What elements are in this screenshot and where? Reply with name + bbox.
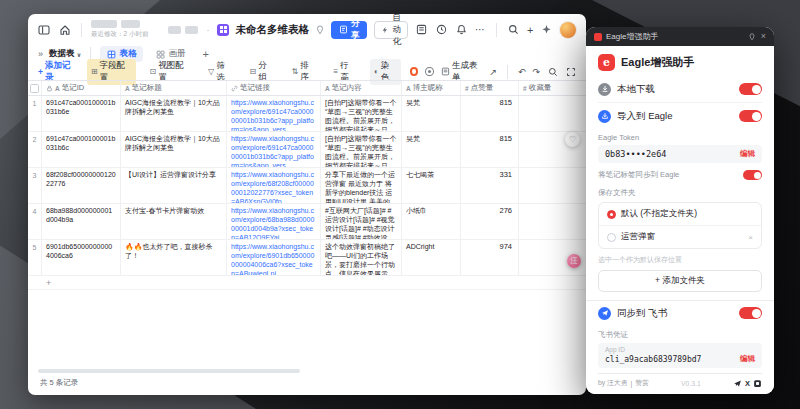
column-header-note-id[interactable]: A 笔记ID [42, 81, 121, 95]
redo-icon[interactable]: ↷ [532, 67, 540, 77]
cell-note-id[interactable]: 68f208cf0000000012022776 [42, 168, 121, 203]
horizontal-scrollbar[interactable] [38, 369, 300, 373]
notification-bell-icon[interactable] [455, 23, 468, 36]
cell-author[interactable]: 昊梵 [402, 132, 461, 167]
app-id-field[interactable]: App ID cli_a9acab6839789bd7 编辑 [598, 343, 762, 368]
sidebar-collapse-icon[interactable] [36, 22, 51, 37]
floating-collaborator-avatar[interactable]: 汪 [567, 254, 581, 268]
cell-note-link[interactable]: https://www.xiaohongshu.com/explore/691c… [227, 96, 321, 131]
cell-note-content[interactable]: [自拍P]这期带你看一个“草图→三视”的完整生图流程。前景展开后，细节都安排起来… [321, 132, 402, 167]
cell-note-title[interactable]: AIGC海报全流程教学｜10大品牌拆解之闲某鱼 [121, 132, 227, 167]
column-header-note-content[interactable]: A 笔记内容 [321, 81, 402, 95]
cell-likes[interactable]: 815 [461, 96, 519, 131]
cell-note-id[interactable]: 6901db650000000004006ca6 [42, 240, 121, 275]
pin-icon[interactable] [315, 25, 325, 35]
cell-likes[interactable]: 815 [461, 132, 519, 167]
cell-note-content[interactable]: [自拍P]这期带你看一个“草图→三视”的完整生图流程。前景展开后，细节都安排起来… [321, 96, 402, 131]
undo-icon[interactable]: ↶ [518, 67, 526, 77]
cell-note-title[interactable]: 支付宝-春节卡片弹窗动效 [121, 204, 227, 239]
cell-note-id[interactable]: 691c47ca000100001b031b6e [42, 96, 121, 131]
table-row[interactable]: 2 691c47ca000100001b031b6c AIGC海报全流程教学｜1… [28, 132, 586, 168]
column-header-note-title[interactable]: A 笔记标题 [121, 81, 227, 95]
table-row[interactable]: 4 68ba988d000000001d004b9a 支付宝-春节卡片弹窗动效 … [28, 204, 586, 240]
pin-window-icon[interactable] [748, 32, 757, 41]
cell-note-id[interactable]: 68ba988d000000001d004b9a [42, 204, 121, 239]
cell-likes[interactable]: 276 [461, 204, 519, 239]
table-row[interactable]: 1 691c47ca000100001b031b6e AIGC海报全流程教学｜1… [28, 96, 586, 132]
cell-author[interactable]: 七七喝茶 [402, 168, 461, 203]
cell-likes[interactable]: 974 [461, 240, 519, 275]
folder-option-default[interactable]: 默认 (不指定文件夹) [599, 203, 761, 225]
select-all-checkbox[interactable] [28, 81, 42, 95]
radio-icon[interactable] [607, 210, 616, 219]
home-icon[interactable] [57, 22, 72, 37]
redacted-breadcrumb-block[interactable] [121, 20, 140, 28]
feishu-sync-toggle[interactable] [739, 307, 762, 319]
panel-titlebar[interactable]: Eagle增强助手 × [586, 27, 774, 46]
assistant-icon[interactable] [425, 67, 433, 76]
floating-heart-button[interactable]: ♡ [565, 132, 580, 147]
history-clock-icon[interactable] [435, 23, 448, 36]
token-edit-button[interactable]: 编辑 [740, 149, 755, 159]
cell-note-link[interactable]: https://www.xiaohongshu.com/explore/6901… [227, 240, 321, 275]
automation-button[interactable]: 自动化 [374, 21, 408, 39]
app-social-icon[interactable] [753, 379, 762, 388]
radio-icon[interactable] [607, 233, 616, 242]
datasheet-switcher[interactable]: 数据表 ∨ [49, 48, 81, 60]
cell-note-title[interactable]: AIGC海报全流程教学｜10大品牌拆解之闲某鱼 [121, 96, 227, 131]
cell-favorites[interactable] [519, 204, 586, 239]
cell-note-id[interactable]: 691c47ca000100001b031b6c [42, 132, 121, 167]
cell-note-title[interactable]: 【UI设计】运营弹窗设计分享 [121, 168, 227, 203]
cell-note-content[interactable]: #互联网大厂[话题]# #运营设计[话题]# #视觉设计[话题]# #动态设计灵… [321, 204, 402, 239]
local-download-toggle[interactable] [739, 83, 762, 95]
cell-note-link[interactable]: https://www.xiaohongshu.com/explore/68ba… [227, 204, 321, 239]
eagle-token-field[interactable]: 0b83••••2e64 编辑 [598, 145, 762, 163]
cell-likes[interactable]: 331 [461, 168, 519, 203]
more-icon[interactable]: ⋯ [475, 24, 486, 35]
cell-author[interactable]: 昊梵 [402, 96, 461, 131]
x-social-icon[interactable]: X [745, 379, 750, 388]
redacted-breadcrumb-block[interactable] [168, 26, 181, 34]
ai-sparkle-icon[interactable] [540, 23, 553, 36]
app-id-edit-button[interactable]: 编辑 [740, 354, 755, 364]
close-icon[interactable]: × [761, 32, 766, 41]
new-doc-plus-icon[interactable]: + [527, 24, 533, 36]
donate-link[interactable]: 赞赏 [635, 378, 649, 388]
catalog-icon[interactable] [415, 23, 428, 36]
cell-note-link[interactable]: https://www.xiaohongshu.com/explore/68f2… [227, 168, 321, 203]
import-eagle-toggle[interactable] [739, 110, 762, 122]
cell-favorites[interactable] [519, 96, 586, 131]
folder-option-custom[interactable]: 运营弹窗 × [599, 225, 761, 248]
column-header-note-link[interactable]: 笔记链接 [227, 81, 321, 95]
author-credit[interactable]: by 汪大勇 [598, 378, 627, 388]
plugin-indicator-icon[interactable] [410, 67, 419, 76]
search-icon[interactable] [507, 23, 520, 36]
add-record-row[interactable]: + [28, 276, 586, 290]
share-button[interactable]: 分享 [331, 21, 368, 39]
open-external-icon[interactable]: ↗ [489, 67, 497, 77]
table-row[interactable]: 3 68f208cf0000000012022776 【UI设计】运营弹窗设计分… [28, 168, 586, 204]
find-in-table-icon[interactable] [547, 66, 558, 77]
send-icon[interactable] [733, 379, 742, 388]
document-title[interactable]: 未命名多维表格 [235, 23, 309, 37]
cell-author[interactable]: ADCright [402, 240, 461, 275]
column-header-likes[interactable]: # 点赞量 [461, 81, 519, 95]
cell-note-content[interactable]: 分享下最近做的一个运营弹窗 最近致力于 将新学的blender技法 运用到UI设… [321, 168, 402, 203]
cell-note-content[interactable]: 这个动效弹窗初稿绝了吧——UI们的工作场景，要打磨掉一个行动点，信息在效果展示里… [321, 240, 402, 275]
cell-note-link[interactable]: https://www.xiaohongshu.com/explore/691c… [227, 132, 321, 167]
expand-fullscreen-icon[interactable] [565, 66, 576, 77]
field-type-number-icon: # [523, 85, 527, 92]
column-header-favorites[interactable]: # 收藏量 [519, 81, 586, 95]
column-header-author[interactable]: A 博主昵称 [402, 81, 461, 95]
cell-note-title[interactable]: 🔥🔥也太炸了吧，直接秒杀了！ [121, 240, 227, 275]
cell-author[interactable]: 小纸巾 [402, 204, 461, 239]
table-row[interactable]: 5 6901db650000000004006ca6 🔥🔥也太炸了吧，直接秒杀了… [28, 240, 586, 276]
user-avatar[interactable] [560, 22, 576, 38]
tag-sync-toggle[interactable] [743, 170, 762, 180]
remove-folder-icon[interactable]: × [748, 233, 753, 242]
redacted-breadcrumb-block[interactable] [185, 26, 198, 34]
redacted-breadcrumb-block[interactable] [91, 20, 117, 28]
expand-sheets-icon[interactable]: » [38, 49, 43, 59]
add-folder-button[interactable]: + 添加文件夹 [598, 270, 762, 292]
cell-favorites[interactable] [519, 168, 586, 203]
